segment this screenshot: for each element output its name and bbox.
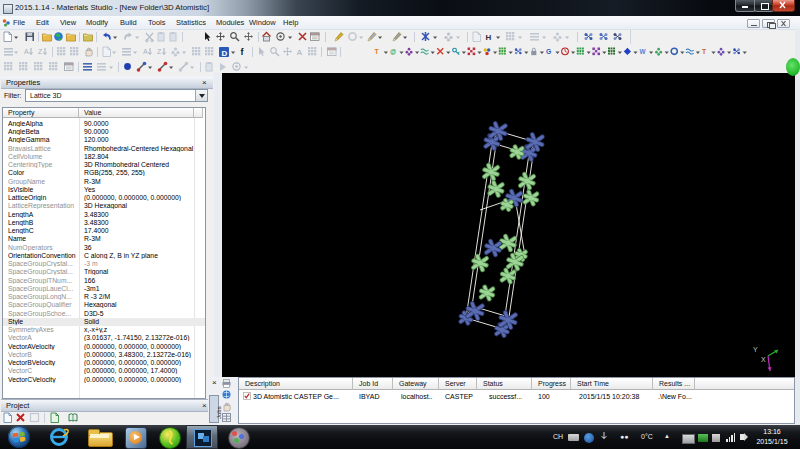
svg-text:Y: Y	[753, 346, 758, 353]
svg-text:W: W	[640, 48, 646, 55]
svg-text:X: X	[761, 356, 766, 363]
svg-text:A: A	[143, 48, 148, 55]
svg-text:T: T	[702, 48, 707, 55]
svg-text:Z: Z	[38, 48, 43, 55]
svg-text:D: D	[222, 49, 228, 58]
svg-text:H: H	[486, 33, 492, 42]
svg-text:@: @	[390, 48, 396, 55]
svg-text:Z: Z	[157, 48, 162, 55]
svg-text:f: f	[241, 47, 245, 57]
svg-text:A: A	[297, 48, 303, 57]
svg-text:T: T	[374, 48, 379, 55]
svg-text:G: G	[546, 48, 551, 55]
svg-text:A: A	[24, 48, 29, 55]
